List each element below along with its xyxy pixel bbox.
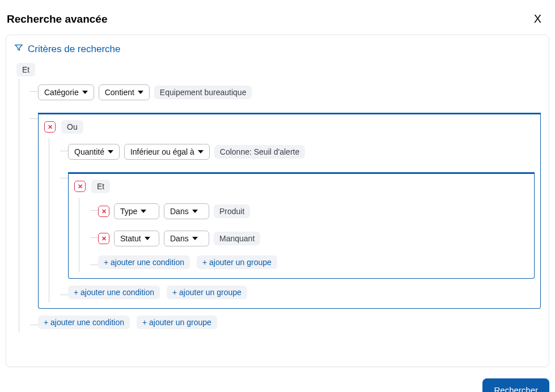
rule-row: Quantité Inférieur ou égal à Colonne: Se…	[56, 138, 535, 165]
operator-dropdown[interactable]: Contient	[99, 84, 150, 100]
field-label: Quantité	[74, 147, 104, 156]
field-label: Catégorie	[44, 88, 79, 97]
add-group-button[interactable]: + ajouter un groupe	[137, 316, 217, 329]
field-dropdown[interactable]: Statut	[114, 231, 159, 246]
value-chip[interactable]: Equipement bureautique	[154, 86, 252, 99]
operator-label: Dans	[170, 207, 189, 216]
operator-dropdown[interactable]: Dans	[164, 231, 209, 246]
add-row: + ajouter une condition + ajouter un gro…	[86, 252, 528, 272]
chevron-down-icon	[198, 150, 204, 154]
remove-rule-icon[interactable]	[98, 233, 109, 244]
chevron-down-icon	[192, 210, 198, 213]
field-dropdown[interactable]: Type	[114, 203, 159, 219]
chevron-down-icon	[138, 91, 143, 94]
search-button[interactable]: Rechercher	[482, 378, 549, 392]
chevron-down-icon	[141, 210, 146, 213]
group-operator-chip[interactable]: Et	[91, 180, 110, 193]
child-group-et: Et Type	[56, 165, 535, 282]
value-chip[interactable]: Colonne: Seuil d'alerte	[214, 145, 305, 159]
chevron-down-icon	[145, 237, 150, 240]
rule-row: Type Dans Produit	[86, 198, 528, 225]
operator-label: Contient	[105, 88, 134, 97]
rule-row: Statut Dans Manquant	[86, 225, 528, 252]
modal-title: Recherche avancée	[7, 13, 107, 25]
root-operator-chip[interactable]: Et	[16, 63, 35, 76]
operator-label: Dans	[170, 234, 189, 243]
panel-heading-text: Critères de recherche	[28, 44, 120, 55]
field-label: Statut	[120, 234, 141, 243]
group-box-ou: Ou Quantité Inférieur ou égal	[38, 113, 541, 309]
operator-dropdown[interactable]: Inférieur ou égal à	[124, 144, 210, 160]
field-label: Type	[120, 207, 137, 216]
group-box-et: Et Type	[68, 172, 535, 279]
value-chip[interactable]: Manquant	[214, 232, 260, 245]
panel-heading: Critères de recherche	[14, 43, 541, 55]
chevron-down-icon	[108, 150, 113, 154]
child-group-ou: Ou Quantité Inférieur ou égal	[26, 106, 541, 312]
modal-header: Recherche avancée X	[6, 6, 549, 35]
field-dropdown[interactable]: Catégorie	[38, 84, 94, 100]
ou-children: Quantité Inférieur ou égal à Colonne: Se…	[44, 138, 535, 302]
operator-label: Inférieur ou égal à	[130, 147, 194, 156]
chevron-down-icon	[192, 237, 198, 240]
remove-group-icon[interactable]	[44, 121, 56, 133]
add-condition-button[interactable]: + ajouter une condition	[38, 316, 130, 329]
add-condition-button[interactable]: + ajouter une condition	[98, 255, 190, 269]
remove-rule-icon[interactable]	[98, 206, 109, 217]
value-chip[interactable]: Produit	[214, 204, 250, 218]
root-group: Et Catégorie Contient Equipement bureaut…	[14, 63, 541, 333]
criteria-panel: Critères de recherche Et Catégorie Conti…	[6, 35, 549, 367]
chevron-down-icon	[82, 91, 88, 94]
remove-group-icon[interactable]	[74, 181, 86, 192]
add-group-button[interactable]: + ajouter un groupe	[197, 255, 277, 269]
add-row: + ajouter une condition + ajouter un gro…	[56, 282, 535, 302]
close-icon[interactable]: X	[529, 11, 546, 27]
add-row: + ajouter une condition + ajouter un gro…	[26, 312, 541, 333]
et-children: Type Dans Produit	[74, 198, 528, 272]
add-group-button[interactable]: + ajouter un groupe	[167, 286, 247, 299]
root-children: Catégorie Contient Equipement bureautiqu…	[14, 79, 541, 333]
operator-dropdown[interactable]: Dans	[164, 203, 209, 219]
group-operator-chip[interactable]: Ou	[61, 120, 83, 134]
filter-icon	[14, 43, 23, 55]
add-condition-button[interactable]: + ajouter une condition	[68, 286, 160, 299]
rule-row: Catégorie Contient Equipement bureautiqu…	[26, 79, 541, 106]
field-dropdown[interactable]: Quantité	[68, 144, 120, 160]
